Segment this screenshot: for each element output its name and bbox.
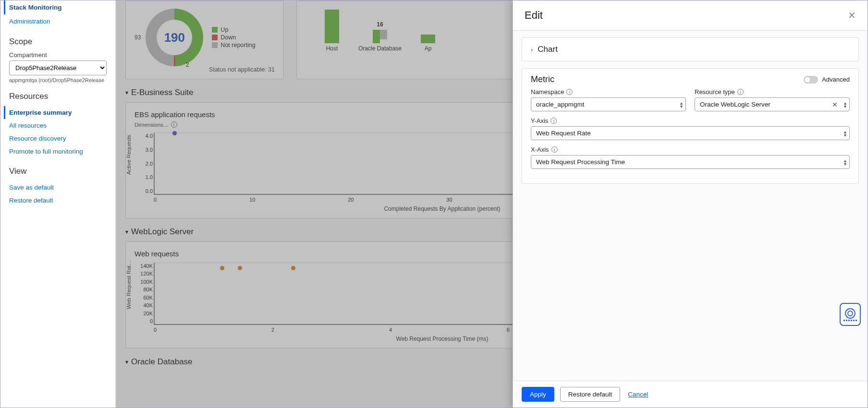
- metric-panel-label: Metric: [531, 74, 554, 84]
- bar-ap[interactable]: [421, 35, 435, 43]
- metric-panel: Metric Advanced Namespacei oracle_appmgm…: [522, 68, 859, 184]
- info-icon[interactable]: i: [737, 89, 744, 95]
- bar-host[interactable]: [325, 10, 339, 43]
- web-point-3[interactable]: [291, 266, 295, 270]
- edit-drawer: Edit ✕ › Chart Metric Advanced: [513, 0, 868, 408]
- namespace-value: oracle_appmgmt: [536, 101, 585, 108]
- chevron-down-icon: ▾: [125, 228, 128, 235]
- bar-ap-label: Ap: [425, 45, 432, 52]
- compartment-path: appmgmtqa (root)/Drop5Phase2Release: [9, 77, 107, 83]
- chevron-right-icon: ›: [531, 46, 533, 53]
- chevron-down-icon: ▾: [125, 359, 128, 365]
- chevron-down-icon: ▾: [125, 89, 128, 96]
- ebs-y-axis-label: Active Requests: [126, 135, 132, 175]
- chart-panel-toggle[interactable]: › Chart: [522, 38, 858, 61]
- x-axis-label: X-Axis: [531, 146, 549, 153]
- drag-handle-icon: [844, 320, 857, 321]
- y-axis-value: Web Request Rate: [536, 130, 591, 137]
- section-wls-label: WebLogic Server: [131, 227, 194, 237]
- web-point-2[interactable]: [238, 266, 242, 270]
- status-donut[interactable]: 190: [146, 9, 203, 66]
- scope-header: Scope: [9, 37, 107, 47]
- drawer-title: Edit: [525, 9, 543, 22]
- ebs-dim-label: Dimensions…: [134, 122, 169, 128]
- ebs-point[interactable]: [172, 131, 177, 135]
- bar-db-nr[interactable]: [380, 30, 387, 39]
- resource-type-label: Resource type: [695, 88, 735, 96]
- info-icon[interactable]: i: [550, 118, 557, 124]
- link-resource-discovery[interactable]: Resource discovery: [9, 132, 107, 145]
- x-axis-value: Web Request Processing Time: [536, 158, 625, 166]
- web-y-axis-label: Web Request Rat…: [126, 260, 132, 309]
- updown-icon: ▴▾: [844, 159, 846, 166]
- cancel-button[interactable]: Cancel: [626, 387, 650, 401]
- help-fab[interactable]: [840, 303, 861, 326]
- restore-default-button[interactable]: Restore default: [560, 387, 621, 402]
- donut-left-value: 93: [134, 34, 141, 41]
- status-not-applicable: Status not applicable: 31: [134, 66, 275, 73]
- resource-type-select[interactable]: Oracle WebLogic Server ✕ ▴▾: [695, 97, 850, 111]
- x-axis-select[interactable]: Web Request Processing Time ▴▾: [531, 155, 850, 169]
- y-axis-label: Y-Axis: [531, 117, 548, 124]
- info-icon[interactable]: i: [566, 89, 573, 95]
- legend-up-icon: [212, 27, 218, 33]
- link-save-default[interactable]: Save as default: [9, 181, 107, 194]
- info-icon[interactable]: i: [171, 121, 177, 128]
- legend-notreporting-label: Not reporting: [220, 42, 255, 48]
- link-restore-default[interactable]: Restore default: [9, 194, 107, 207]
- link-all-resources[interactable]: All resources: [9, 119, 107, 132]
- web-point-1[interactable]: [220, 266, 224, 270]
- bar-db-up[interactable]: [373, 30, 380, 43]
- resources-header: Resources: [9, 92, 107, 101]
- status-donut-card: 93 190 2 Up Down Not reporting: [125, 0, 284, 79]
- lifebuoy-icon: [845, 308, 856, 319]
- donut-center-value: 190: [164, 30, 185, 45]
- updown-icon: ▴▾: [680, 101, 683, 108]
- chart-panel: › Chart: [522, 37, 859, 61]
- nav-stack-monitoring[interactable]: Stack Monitoring: [4, 0, 107, 14]
- advanced-label: Advanced: [822, 76, 850, 83]
- link-enterprise-summary[interactable]: Enterprise summary: [4, 106, 107, 119]
- legend-notreporting-icon: [212, 42, 218, 48]
- legend-up-label: Up: [220, 26, 228, 33]
- status-legend: Up Down Not reporting: [212, 25, 255, 49]
- view-header: View: [9, 167, 107, 176]
- bar-db-value: 16: [377, 21, 383, 28]
- bar-host-label: Host: [326, 45, 338, 52]
- section-ebs-label: E-Business Suite: [131, 88, 193, 97]
- clear-icon[interactable]: ✕: [832, 101, 838, 108]
- advanced-toggle[interactable]: [804, 76, 818, 84]
- chart-panel-label: Chart: [538, 45, 558, 54]
- bar-db-label: Oracle Database: [358, 45, 402, 52]
- compartment-select[interactable]: Drop5Phase2Release: [9, 60, 107, 75]
- legend-down-icon: [212, 35, 218, 40]
- link-promote-monitoring[interactable]: Promote to full monitoring: [9, 145, 107, 158]
- y-axis-select[interactable]: Web Request Rate ▴▾: [531, 126, 850, 140]
- close-icon[interactable]: ✕: [848, 10, 856, 21]
- section-odb-label: Oracle Database: [131, 357, 193, 367]
- namespace-label: Namespace: [531, 88, 564, 96]
- compartment-label: Compartment: [9, 51, 107, 59]
- namespace-select[interactable]: oracle_appmgmt ▴▾: [531, 97, 686, 111]
- donut-bottom-value: 2: [186, 61, 189, 68]
- updown-icon: ▴▾: [844, 130, 846, 137]
- sidebar: Stack Monitoring Administration Scope Co…: [0, 0, 116, 408]
- resource-type-value: Oracle WebLogic Server: [700, 101, 770, 108]
- legend-down-label: Down: [220, 34, 236, 41]
- info-icon[interactable]: i: [551, 146, 558, 153]
- apply-button[interactable]: Apply: [522, 387, 554, 402]
- updown-icon: ▴▾: [844, 101, 846, 108]
- nav-administration[interactable]: Administration: [9, 14, 107, 28]
